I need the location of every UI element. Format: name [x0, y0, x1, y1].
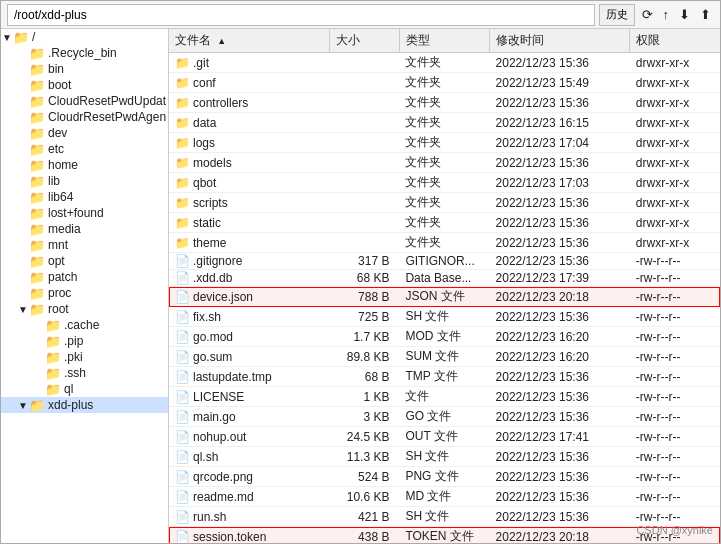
tree-item-cache[interactable]: 📁.cache: [1, 317, 168, 333]
table-row[interactable]: 📁.git文件夹2022/12/23 15:36drwxr-xr-x: [169, 53, 720, 73]
tree-item-bin[interactable]: 📁bin: [1, 61, 168, 77]
up-icon[interactable]: ↑: [660, 5, 673, 24]
refresh-icon[interactable]: ⟳: [639, 5, 656, 24]
table-row[interactable]: 📄device.json788 BJSON 文件2022/12/23 20:18…: [169, 287, 720, 307]
tree-item-boot[interactable]: 📁boot: [1, 77, 168, 93]
file-icon: 📄: [175, 254, 190, 268]
table-row[interactable]: 📄session.token438 BTOKEN 文件2022/12/23 20…: [169, 527, 720, 544]
tree-expand-arrow[interactable]: ▼: [1, 32, 13, 43]
tree-item-lostfound[interactable]: 📁lost+found: [1, 205, 168, 221]
file-perm-cell: -rw-r--r--: [630, 447, 720, 467]
tree-item-cloudragent[interactable]: 📁CloudrResetPwdAgen: [1, 109, 168, 125]
table-row[interactable]: 📁models文件夹2022/12/23 15:36drwxr-xr-x: [169, 153, 720, 173]
tree-item-label: boot: [48, 78, 71, 92]
table-row[interactable]: 📄nohup.out24.5 KBOUT 文件2022/12/23 17:41-…: [169, 427, 720, 447]
tree-item-cloudreset[interactable]: 📁CloudResetPwdUpdat: [1, 93, 168, 109]
col-header-name[interactable]: 文件名 ▲: [169, 29, 329, 53]
file-size-cell: 24.5 KB: [329, 427, 399, 447]
file-perm-cell: drwxr-xr-x: [630, 133, 720, 153]
file-name-label: go.mod: [193, 330, 233, 344]
file-type-cell: Data Base...: [399, 270, 489, 287]
file-type-cell: TOKEN 文件: [399, 527, 489, 544]
file-time-cell: 2022/12/23 20:18: [490, 287, 630, 307]
file-size-cell: 68 B: [329, 367, 399, 387]
table-row[interactable]: 📁logs文件夹2022/12/23 17:04drwxr-xr-x: [169, 133, 720, 153]
tree-item-ql[interactable]: 📁ql: [1, 381, 168, 397]
file-time-cell: 2022/12/23 17:39: [490, 270, 630, 287]
col-header-size[interactable]: 大小: [329, 29, 399, 53]
tree-item-home[interactable]: 📁home: [1, 157, 168, 173]
tree-item-recycle[interactable]: 📁.Recycle_bin: [1, 45, 168, 61]
table-row[interactable]: 📄fix.sh725 BSH 文件2022/12/23 15:36-rw-r--…: [169, 307, 720, 327]
file-perm-cell: drwxr-xr-x: [630, 53, 720, 73]
table-row[interactable]: 📄main.go3 KBGO 文件2022/12/23 15:36-rw-r--…: [169, 407, 720, 427]
folder-icon: 📁: [29, 270, 45, 284]
tree-item-root[interactable]: ▼📁root: [1, 301, 168, 317]
tree-item-label: lib64: [48, 190, 73, 204]
table-row[interactable]: 📄readme.md10.6 KBMD 文件2022/12/23 15:36-r…: [169, 487, 720, 507]
folder-icon: 📁: [29, 174, 45, 188]
path-input[interactable]: [7, 4, 595, 26]
file-list-scroll[interactable]: 文件名 ▲ 大小 类型 修改时间 权限 📁.git文件夹2022/12/23 1…: [169, 29, 720, 543]
table-row[interactable]: 📄ql.sh11.3 KBSH 文件2022/12/23 15:36-rw-r-…: [169, 447, 720, 467]
tree-item-label: .ssh: [64, 366, 86, 380]
file-time-cell: 2022/12/23 15:49: [490, 73, 630, 93]
tree-item-media[interactable]: 📁media: [1, 221, 168, 237]
file-size-cell: 68 KB: [329, 270, 399, 287]
col-header-time[interactable]: 修改时间: [490, 29, 630, 53]
tree-item-proc[interactable]: 📁proc: [1, 285, 168, 301]
table-row[interactable]: 📁conf文件夹2022/12/23 15:49drwxr-xr-x: [169, 73, 720, 93]
tree-item-lib64[interactable]: 📁lib64: [1, 189, 168, 205]
col-header-perm[interactable]: 权限: [630, 29, 720, 53]
tree-item-etc[interactable]: 📁etc: [1, 141, 168, 157]
tree-item-label: home: [48, 158, 78, 172]
tree-item-root-slash[interactable]: ▼📁/: [1, 29, 168, 45]
file-name-label: go.sum: [193, 350, 232, 364]
tree-item-mnt[interactable]: 📁mnt: [1, 237, 168, 253]
col-header-type[interactable]: 类型: [399, 29, 489, 53]
table-row[interactable]: 📁static文件夹2022/12/23 15:36drwxr-xr-x: [169, 213, 720, 233]
tree-item-lib[interactable]: 📁lib: [1, 173, 168, 189]
tree-item-ssh[interactable]: 📁.ssh: [1, 365, 168, 381]
history-button[interactable]: 历史: [599, 4, 635, 26]
table-row[interactable]: 📄.xdd.db68 KBData Base...2022/12/23 17:3…: [169, 270, 720, 287]
table-row[interactable]: 📄LICENSE1 KB文件2022/12/23 15:36-rw-r--r--: [169, 387, 720, 407]
file-perm-cell: -rw-r--r--: [630, 507, 720, 527]
download-icon[interactable]: ⬇: [676, 5, 693, 24]
tree-item-patch[interactable]: 📁patch: [1, 269, 168, 285]
tree-expand-arrow[interactable]: ▼: [17, 400, 29, 411]
file-type-cell: 文件夹: [399, 233, 489, 253]
tree-item-dev[interactable]: 📁dev: [1, 125, 168, 141]
file-time-cell: 2022/12/23 15:36: [490, 193, 630, 213]
file-type-cell: GO 文件: [399, 407, 489, 427]
table-row[interactable]: 📄go.sum89.8 KBSUM 文件2022/12/23 16:20-rw-…: [169, 347, 720, 367]
tree-expand-arrow[interactable]: ▼: [17, 304, 29, 315]
table-row[interactable]: 📄lastupdate.tmp68 BTMP 文件2022/12/23 15:3…: [169, 367, 720, 387]
tree-item-label: .pki: [64, 350, 83, 364]
file-perm-cell: drwxr-xr-x: [630, 153, 720, 173]
table-row[interactable]: 📄go.mod1.7 KBMOD 文件2022/12/23 16:20-rw-r…: [169, 327, 720, 347]
file-size-cell: [329, 93, 399, 113]
tree-item-label: .pip: [64, 334, 83, 348]
tree-item-pki[interactable]: 📁.pki: [1, 349, 168, 365]
tree-item-xddplus[interactable]: ▼📁xdd-plus: [1, 397, 168, 413]
table-row[interactable]: 📁scripts文件夹2022/12/23 15:36drwxr-xr-x: [169, 193, 720, 213]
tree-item-pip[interactable]: 📁.pip: [1, 333, 168, 349]
file-type-cell: GITIGNOR...: [399, 253, 489, 270]
file-time-cell: 2022/12/23 17:41: [490, 427, 630, 447]
table-row[interactable]: 📄run.sh421 BSH 文件2022/12/23 15:36-rw-r--…: [169, 507, 720, 527]
file-perm-cell: -rw-r--r--: [630, 367, 720, 387]
table-row[interactable]: 📁theme文件夹2022/12/23 15:36drwxr-xr-x: [169, 233, 720, 253]
file-type-cell: 文件夹: [399, 53, 489, 73]
file-name-label: .gitignore: [193, 254, 242, 268]
file-size-cell: [329, 173, 399, 193]
table-row[interactable]: 📄.gitignore317 BGITIGNOR...2022/12/23 15…: [169, 253, 720, 270]
table-row[interactable]: 📄qrcode.png524 BPNG 文件2022/12/23 15:36-r…: [169, 467, 720, 487]
file-perm-cell: drwxr-xr-x: [630, 193, 720, 213]
table-row[interactable]: 📁data文件夹2022/12/23 16:15drwxr-xr-x: [169, 113, 720, 133]
tree-item-opt[interactable]: 📁opt: [1, 253, 168, 269]
upload-icon[interactable]: ⬆: [697, 5, 714, 24]
file-perm-cell: drwxr-xr-x: [630, 73, 720, 93]
table-row[interactable]: 📁qbot文件夹2022/12/23 17:03drwxr-xr-x: [169, 173, 720, 193]
table-row[interactable]: 📁controllers文件夹2022/12/23 15:36drwxr-xr-…: [169, 93, 720, 113]
